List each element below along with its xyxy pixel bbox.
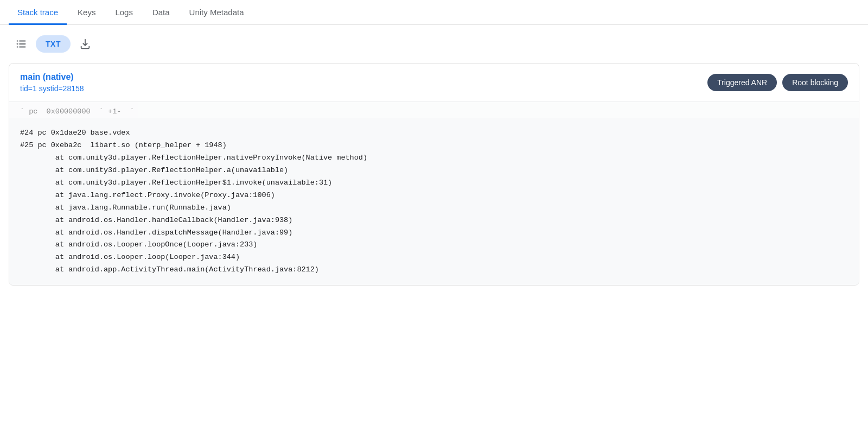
svg-rect-4 xyxy=(17,47,18,48)
download-button[interactable] xyxy=(75,34,95,54)
svg-rect-2 xyxy=(17,43,18,45)
tab-logs[interactable]: Logs xyxy=(106,0,142,25)
download-icon xyxy=(79,38,91,50)
svg-rect-0 xyxy=(17,41,18,42)
thread-info: main (native) tid=1 systid=28158 xyxy=(20,72,84,93)
svg-rect-1 xyxy=(19,41,25,42)
tab-unity-metadata[interactable]: Unity Metadata xyxy=(181,0,253,25)
stack-trace-top-fade: ` pc 0x00000000 ` +1- ` xyxy=(9,102,859,118)
svg-rect-5 xyxy=(19,47,25,48)
tab-bar: Stack trace Keys Logs Data Unity Metadat… xyxy=(0,0,868,25)
toolbar: TXT xyxy=(0,25,868,63)
tab-stack-trace[interactable]: Stack trace xyxy=(9,0,67,25)
thread-block: main (native) tid=1 systid=28158 Trigger… xyxy=(9,63,859,286)
tab-data[interactable]: Data xyxy=(144,0,178,25)
thread-title: main (native) xyxy=(20,72,84,82)
thread-header: main (native) tid=1 systid=28158 Trigger… xyxy=(9,64,859,102)
svg-rect-3 xyxy=(19,43,25,45)
stack-trace-pre: #24 pc 0x1dae20 base.vdex #25 pc 0xeba2c… xyxy=(20,127,848,276)
list-icon xyxy=(15,38,27,50)
thread-subtitle: tid=1 systid=28158 xyxy=(20,84,84,93)
stack-trace-content[interactable]: #24 pc 0x1dae20 base.vdex #25 pc 0xeba2c… xyxy=(9,118,859,285)
thread-badges: Triggered ANR Root blocking xyxy=(707,74,848,91)
tab-keys[interactable]: Keys xyxy=(69,0,104,25)
root-blocking-badge: Root blocking xyxy=(782,74,848,91)
list-view-button[interactable] xyxy=(11,34,31,54)
txt-button[interactable]: TXT xyxy=(36,35,71,53)
triggered-anr-badge: Triggered ANR xyxy=(707,74,777,91)
